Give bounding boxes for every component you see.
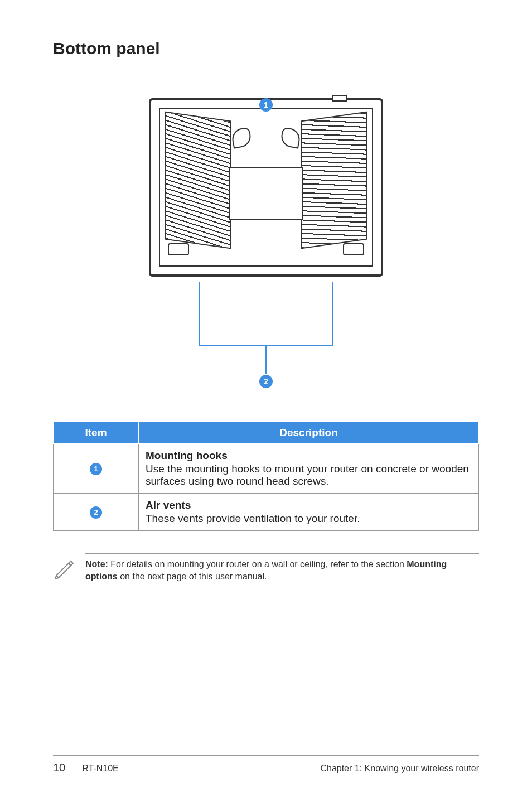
note-label: Note: bbox=[85, 559, 108, 569]
callout-1: 1 bbox=[259, 98, 273, 112]
device-outline bbox=[149, 98, 383, 277]
row-title: Air vents bbox=[146, 499, 472, 511]
table-row: 2 Air vents These vents provide ventilat… bbox=[54, 494, 479, 531]
row-title: Mounting hooks bbox=[146, 450, 472, 462]
air-vent-right-icon bbox=[301, 112, 367, 249]
note-icon bbox=[53, 557, 75, 581]
footer-chapter: Chapter 1: Knowing your wireless router bbox=[320, 764, 479, 774]
row-body: These vents provide ventilation to your … bbox=[146, 513, 360, 524]
page-number: 10 bbox=[53, 761, 65, 774]
callout-2: 2 bbox=[259, 375, 273, 388]
footer-model: RT-N10E bbox=[82, 764, 119, 774]
bottom-slot-right-icon bbox=[343, 243, 364, 255]
callout-1-badge: 1 bbox=[259, 98, 273, 112]
table-row: 1 Mounting hooks Use the mounting hooks … bbox=[54, 444, 479, 494]
note-text: Note: For details on mounting your route… bbox=[85, 553, 479, 587]
row-badge-1: 1 bbox=[90, 463, 102, 475]
table-row-description: Air vents These vents provide ventilatio… bbox=[139, 494, 479, 531]
note-text-after: on the next page of this user manual. bbox=[118, 572, 267, 581]
row-badge-2: 2 bbox=[90, 506, 102, 519]
table-row-item: 1 bbox=[54, 444, 139, 494]
table-row-description: Mounting hooks Use the mounting hooks to… bbox=[139, 444, 479, 494]
table-header-item: Item bbox=[54, 422, 139, 444]
rear-port-icon bbox=[332, 95, 347, 102]
description-table: Item Description 1 Mounting hooks Use th… bbox=[53, 422, 479, 531]
note-block: Note: For details on mounting your route… bbox=[53, 553, 479, 587]
table-header-description: Description bbox=[139, 422, 479, 444]
bottom-slot-left-icon bbox=[168, 243, 189, 255]
page-footer: 10 RT-N10E Chapter 1: Knowing your wirel… bbox=[53, 755, 479, 774]
section-heading: Bottom panel bbox=[53, 39, 479, 58]
table-row-item: 2 bbox=[54, 494, 139, 531]
label-plate-icon bbox=[229, 167, 303, 220]
callout-2-badge: 2 bbox=[259, 375, 273, 388]
note-text-before: For details on mounting your router on a… bbox=[108, 559, 407, 569]
bottom-panel-diagram: 1 2 bbox=[121, 98, 411, 388]
air-vent-left-icon bbox=[165, 112, 231, 249]
row-body: Use the mounting hooks to mount your rou… bbox=[146, 463, 469, 487]
